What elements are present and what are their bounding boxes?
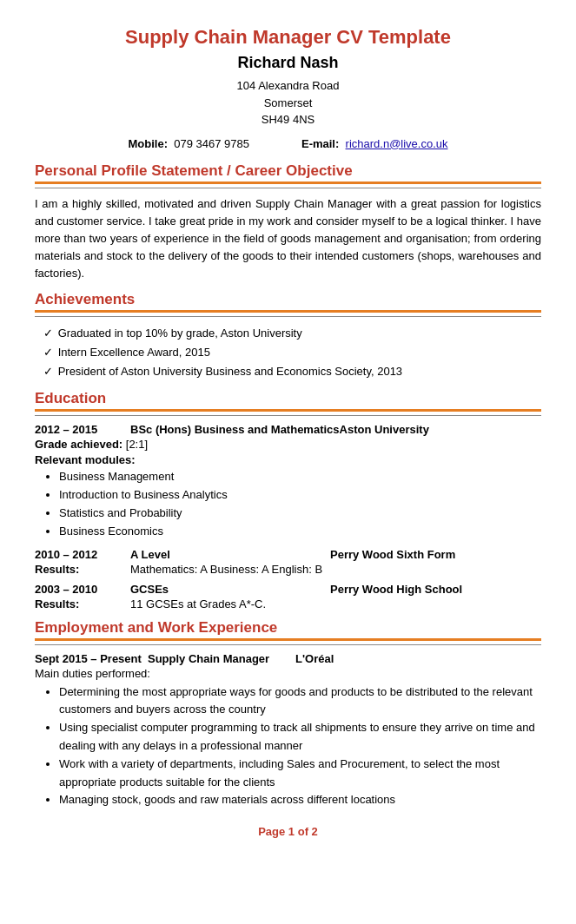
module-item: Business Economics bbox=[59, 523, 541, 541]
contact-row: Mobile: 079 3467 9785 E-mail: richard.n@… bbox=[35, 137, 541, 150]
edu-institution: Perry Wood Sixth Form bbox=[330, 548, 455, 561]
edu-institution: Perry Wood High School bbox=[330, 583, 462, 596]
edu-degree: BSc (Hons) Business and Mathematics bbox=[130, 423, 340, 436]
employment-entries: Sept 2015 – PresentSupply Chain ManagerL… bbox=[35, 652, 541, 810]
achievements-divider bbox=[35, 310, 541, 313]
address: 104 Alexandra Road Somerset SH49 4NS bbox=[35, 77, 541, 129]
profile-text: I am a highly skilled, motivated and dri… bbox=[35, 195, 541, 283]
duty-item: Managing stock, goods and raw materials … bbox=[59, 791, 541, 809]
grade-label: Grade achieved: bbox=[35, 438, 122, 451]
achievement-item: Graduated in top 10% by grade, Aston Uni… bbox=[43, 324, 541, 343]
achievements-list: Graduated in top 10% by grade, Aston Uni… bbox=[35, 324, 541, 381]
profile-divider-thin bbox=[35, 188, 541, 188]
achievement-item: Intern Excellence Award, 2015 bbox=[43, 343, 541, 362]
profile-divider bbox=[35, 182, 541, 184]
edu-years: 2010 – 2012 bbox=[35, 548, 130, 561]
profile-heading: Personal Profile Statement / Career Obje… bbox=[35, 162, 541, 180]
duty-item: Using specialist computer programming to… bbox=[59, 719, 541, 756]
modules-list: Business ManagementIntroduction to Busin… bbox=[35, 468, 541, 540]
achievements-heading: Achievements bbox=[35, 291, 541, 308]
emp-title: Supply Chain Manager bbox=[148, 652, 295, 665]
email-link[interactable]: richard.n@live.co.uk bbox=[346, 137, 448, 150]
results-label: Results: bbox=[35, 563, 130, 576]
module-item: Introduction to Business Analytics bbox=[59, 486, 541, 505]
results-value: 11 GCSEs at Grades A*-C. bbox=[130, 597, 541, 610]
edu-degree: GCSEs bbox=[130, 583, 330, 596]
address-line2: Somerset bbox=[35, 95, 541, 112]
email-info: E-mail: richard.n@live.co.uk bbox=[301, 137, 448, 150]
achievements-divider-thin bbox=[35, 316, 541, 317]
module-item: Business Management bbox=[59, 468, 541, 486]
duties-label: Main duties performed: bbox=[35, 667, 541, 680]
results-label: Results: bbox=[35, 597, 130, 610]
grade-value: [2:1] bbox=[126, 438, 148, 451]
email-label: E-mail: bbox=[301, 137, 339, 150]
edu-degree: A Level bbox=[130, 548, 330, 561]
page-footer: Page 1 of 2 bbox=[35, 825, 541, 838]
edu-years: 2012 – 2015 bbox=[35, 423, 130, 436]
education-row: 2010 – 2012A LevelPerry Wood Sixth Form bbox=[35, 548, 541, 561]
page-title: Supply Chain Manager CV Template bbox=[35, 26, 541, 49]
emp-company: L'Oréal bbox=[295, 652, 334, 665]
address-line1: 104 Alexandra Road bbox=[35, 77, 541, 95]
duty-item: Work with a variety of departments, incl… bbox=[59, 756, 541, 792]
duties-list: Determining the most appropriate ways fo… bbox=[35, 683, 541, 810]
results-value: Mathematics: A Business: A English: B bbox=[130, 563, 541, 576]
employment-divider-thin bbox=[35, 644, 541, 645]
edu-results-row: Results:11 GCSEs at Grades A*-C. bbox=[35, 597, 541, 610]
modules-label: Relevant modules: bbox=[35, 453, 541, 466]
education-row: 2012 – 2015BSc (Hons) Business and Mathe… bbox=[35, 423, 541, 436]
module-item: Statistics and Probability bbox=[59, 505, 541, 523]
duty-item: Determining the most appropriate ways fo… bbox=[59, 683, 541, 720]
mobile-value: 079 3467 9785 bbox=[174, 137, 249, 150]
education-heading: Education bbox=[35, 390, 541, 407]
employment-heading: Employment and Work Experience bbox=[35, 619, 541, 637]
education-entries: 2012 – 2015BSc (Hons) Business and Mathe… bbox=[35, 423, 541, 610]
edu-results-row: Results:Mathematics: A Business: A Engli… bbox=[35, 563, 541, 576]
address-line3: SH49 4NS bbox=[35, 111, 541, 129]
education-divider bbox=[35, 409, 541, 412]
candidate-name: Richard Nash bbox=[35, 54, 541, 72]
mobile-info: Mobile: 079 3467 9785 bbox=[128, 137, 249, 150]
employment-divider bbox=[35, 638, 541, 641]
mobile-label: Mobile: bbox=[128, 137, 168, 150]
employment-row: Sept 2015 – PresentSupply Chain ManagerL… bbox=[35, 652, 541, 665]
emp-years: Sept 2015 – Present bbox=[35, 652, 148, 665]
edu-institution: Aston University bbox=[340, 423, 429, 436]
education-row: 2003 – 2010GCSEsPerry Wood High School bbox=[35, 583, 541, 596]
edu-years: 2003 – 2010 bbox=[35, 583, 130, 596]
achievement-item: President of Aston University Business a… bbox=[43, 362, 541, 381]
edu-grade-row: Grade achieved: [2:1] bbox=[35, 438, 541, 451]
education-divider-thin bbox=[35, 415, 541, 416]
